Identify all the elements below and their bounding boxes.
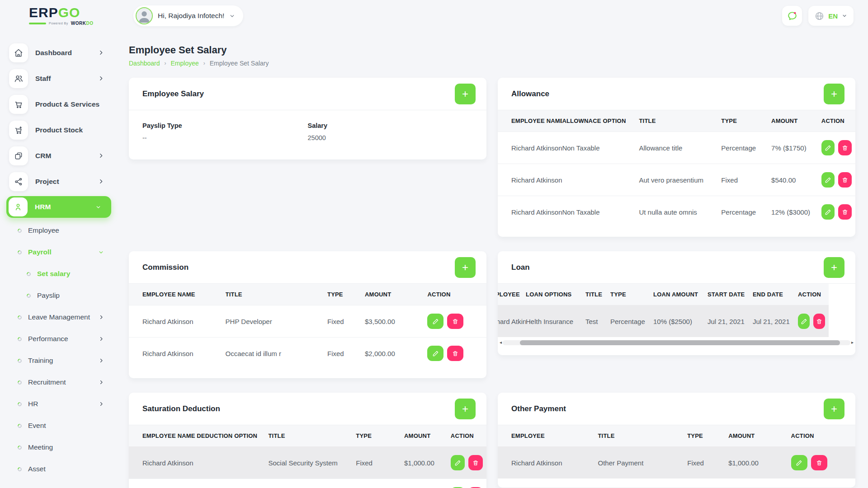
app-logo[interactable]: ERPGO Powered By WORKDO — [0, 6, 118, 26]
action-cell — [821, 196, 855, 228]
sidebar-item-project[interactable]: Project — [0, 169, 118, 194]
delete-button[interactable] — [813, 314, 825, 329]
add-other-payment-button[interactable]: + — [824, 399, 844, 419]
card-title: Other Payment — [511, 404, 566, 413]
edit-button[interactable] — [821, 204, 835, 220]
sidebar-item-hr[interactable]: HR — [0, 393, 118, 415]
scroll-left-arrow[interactable]: ◂ — [500, 340, 502, 345]
edit-button[interactable] — [798, 314, 810, 329]
sidebar-item-staff[interactable]: Staff — [0, 66, 118, 91]
edit-button[interactable] — [821, 172, 835, 188]
column-header: LOAN AMOUNT — [653, 284, 708, 305]
trash-icon — [452, 318, 458, 325]
delete-button[interactable] — [838, 140, 852, 155]
add-loan-button[interactable]: + — [824, 257, 844, 278]
other-payment-table: EMPLOYEETITLETYPEAMOUNTACTIONRichard Atk… — [498, 425, 855, 479]
scrollbar-thumb[interactable] — [520, 340, 840, 345]
sidebar-item-performance[interactable]: Performance — [0, 328, 118, 350]
table-cell: Richard Atkinson — [129, 305, 226, 338]
breadcrumb-dashboard-link[interactable]: Dashboard — [129, 60, 160, 67]
chevron-right-icon — [98, 178, 104, 184]
table-cell: $540.00 — [771, 164, 821, 196]
delete-button[interactable] — [838, 172, 852, 188]
table-cell: Richard Atkinson — [498, 132, 562, 164]
table-row: Richard AtkinsonOther PaymentFixed$1,000… — [498, 447, 855, 479]
edit-button[interactable] — [791, 455, 807, 470]
chevron-down-icon — [229, 13, 235, 19]
action-cell — [791, 447, 855, 479]
employee-salary-card: Employee Salary + Payslip Type -- Salary… — [129, 78, 486, 160]
table-row: Richard AtkinsonHelth InsuranceTestPerce… — [498, 305, 829, 338]
messenger-button[interactable] — [782, 6, 802, 26]
allowance-table: EMPLOYEE NAMEALLOWNACE OPTIONTITLETYPEAM… — [498, 110, 855, 228]
table-cell: $2,000.00 — [365, 338, 427, 370]
table-row: Richard AtkinsonPHP DeveloperFixed$3,500… — [129, 305, 486, 338]
users-icon — [9, 69, 28, 88]
sidebar-item-recruitment[interactable]: Recruitment — [0, 371, 118, 393]
table-cell: $1,000.00 — [404, 447, 451, 479]
chevron-right-icon: › — [203, 60, 205, 66]
table-cell: Richard Atkinson — [498, 164, 562, 196]
sidebar-item-employee[interactable]: Employee — [0, 220, 118, 241]
delete-button[interactable] — [811, 455, 827, 470]
saturation-deduction-table: EMPLOYEE NAMEDEDUCTION OPTIONTITLETYPEAM… — [129, 425, 486, 488]
edit-button[interactable] — [427, 346, 443, 361]
loan-card: Loan + EMPLOYEELOAN OPTIONSTITLETYPELOAN… — [498, 251, 855, 355]
page-title: Employee Set Salary — [129, 44, 855, 56]
sidebar-item-crm[interactable]: CRM — [0, 143, 118, 169]
person-icon — [9, 197, 28, 216]
table-cell: Social Security System — [268, 447, 356, 479]
bullet-icon — [17, 445, 23, 450]
add-commission-button[interactable]: + — [455, 257, 476, 278]
sidebar-item-asset[interactable]: Asset — [0, 458, 118, 480]
table-row: Richard AtkinsonAut vero praesentiumFixe… — [498, 164, 855, 196]
column-header: EMPLOYEE — [498, 425, 598, 447]
loan-table: EMPLOYEELOAN OPTIONSTITLETYPELOAN AMOUNT… — [498, 284, 829, 337]
edit-button[interactable] — [451, 455, 465, 470]
edit-button[interactable] — [821, 140, 835, 155]
sidebar-item-payslip[interactable]: Payslip — [0, 285, 118, 306]
sidebar-item-training[interactable]: Training — [0, 350, 118, 371]
language-selector[interactable]: EN — [808, 6, 854, 26]
column-header: ACTION — [798, 284, 829, 305]
pencil-icon — [825, 209, 831, 216]
column-header: AMOUNT — [771, 110, 821, 132]
column-header: EMPLOYEE NAME — [129, 284, 226, 305]
delete-button[interactable] — [468, 455, 483, 470]
sidebar-item-hrm[interactable]: HRM — [6, 196, 111, 218]
breadcrumb-employee-link[interactable]: Employee — [171, 60, 199, 67]
sidebar: Dashboard Staff Product & Services Produ… — [0, 32, 118, 488]
language-value: EN — [828, 12, 838, 20]
table-cell: Richard Atkinson — [498, 196, 562, 228]
table-cell: Richard Atkinson — [498, 447, 598, 479]
delete-button[interactable] — [838, 204, 852, 220]
sidebar-item-payroll[interactable]: Payroll — [0, 241, 118, 263]
card-title: Allowance — [511, 89, 549, 99]
table-cell: Percentage — [721, 132, 771, 164]
sidebar-item-dashboard[interactable]: Dashboard — [0, 40, 118, 66]
column-header: END DATE — [753, 284, 798, 305]
column-header: ACTION — [821, 110, 855, 132]
column-header: TITLE — [268, 425, 356, 447]
add-saturation-deduction-button[interactable]: + — [455, 399, 476, 419]
sidebar-item-leave-management[interactable]: Leave Management — [0, 306, 118, 328]
sidebar-item-set-salary[interactable]: Set salary — [0, 263, 118, 285]
trash-icon — [816, 318, 822, 325]
edit-button[interactable] — [427, 314, 443, 329]
column-header: EMPLOYEE — [498, 284, 526, 305]
add-employee-salary-button[interactable]: + — [455, 84, 476, 104]
table-cell: Allowance title — [639, 132, 721, 164]
delete-button[interactable] — [447, 314, 463, 329]
sidebar-item-meeting[interactable]: Meeting — [0, 436, 118, 458]
sidebar-item-product-stock[interactable]: Product Stock — [0, 117, 118, 143]
table-row: Richard AtkinsonNon TaxableUt nulla aute… — [498, 196, 855, 228]
add-allowance-button[interactable]: + — [824, 84, 844, 104]
scrollbar-track[interactable] — [503, 340, 850, 345]
scroll-right-arrow[interactable]: ▸ — [851, 340, 854, 345]
chevron-down-icon — [842, 13, 847, 19]
sidebar-item-event[interactable]: Event — [0, 415, 118, 436]
delete-button[interactable] — [447, 346, 463, 361]
user-menu-button[interactable]: Hi, Rajodiya Infotech! — [133, 5, 243, 26]
top-header: ERPGO Powered By WORKDO Hi, Rajodiya Inf… — [0, 0, 868, 32]
sidebar-item-product-services[interactable]: Product & Services — [0, 91, 118, 117]
